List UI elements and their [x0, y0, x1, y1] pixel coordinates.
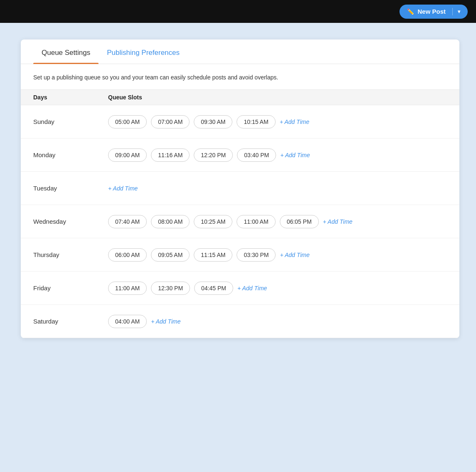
day-row: Thursday06:00 AM09:05 AM11:15 AM03:30 PM…: [21, 238, 459, 272]
day-row: Tuesday+ Add Time: [21, 172, 459, 205]
day-row: Sunday05:00 AM07:00 AM09:30 AM10:15 AM+ …: [21, 105, 459, 138]
add-time-link[interactable]: + Add Time: [280, 119, 309, 125]
pencil-icon: ✏️: [407, 8, 414, 15]
day-name: Thursday: [33, 251, 108, 258]
time-pill[interactable]: 08:00 AM: [151, 215, 190, 228]
day-name: Sunday: [33, 118, 108, 125]
top-bar: ✏️ New Post ▾: [0, 0, 476, 23]
add-time-link[interactable]: + Add Time: [108, 185, 138, 192]
time-slots: 06:00 AM09:05 AM11:15 AM03:30 PM+ Add Ti…: [108, 248, 310, 262]
chevron-down-icon: ▾: [458, 9, 460, 15]
day-name: Monday: [33, 151, 108, 158]
time-slots: 04:00 AM+ Add Time: [108, 315, 181, 328]
tabs-container: Queue Settings Publishing Preferences: [21, 40, 459, 64]
time-slots: 11:00 AM12:30 PM04:45 PM+ Add Time: [108, 282, 267, 295]
day-name: Tuesday: [33, 185, 108, 192]
add-time-link[interactable]: + Add Time: [323, 218, 353, 225]
day-row: Friday11:00 AM12:30 PM04:45 PM+ Add Time: [21, 272, 459, 305]
time-pill[interactable]: 10:15 AM: [237, 115, 275, 129]
days-container: Sunday05:00 AM07:00 AM09:30 AM10:15 AM+ …: [21, 105, 459, 338]
divider: [452, 8, 453, 15]
day-name: Saturday: [33, 318, 108, 325]
time-slots: 05:00 AM07:00 AM09:30 AM10:15 AM+ Add Ti…: [108, 115, 309, 129]
day-name: Wednesday: [33, 218, 108, 225]
time-pill[interactable]: 11:00 AM: [237, 215, 275, 228]
day-row: Saturday04:00 AM+ Add Time: [21, 305, 459, 338]
add-time-link[interactable]: + Add Time: [151, 318, 180, 325]
time-pill[interactable]: 11:16 AM: [151, 148, 190, 162]
time-pill[interactable]: 06:05 PM: [280, 215, 319, 228]
time-pill[interactable]: 05:00 AM: [108, 115, 147, 129]
time-pill[interactable]: 12:20 PM: [194, 148, 233, 162]
tab-publishing-preferences[interactable]: Publishing Preferences: [99, 40, 188, 64]
main-container: Queue Settings Publishing Preferences Se…: [0, 23, 476, 355]
add-time-link[interactable]: + Add Time: [237, 285, 267, 292]
time-pill[interactable]: 11:00 AM: [108, 282, 147, 295]
time-pill[interactable]: 04:00 AM: [108, 315, 147, 328]
time-pill[interactable]: 10:25 AM: [194, 215, 232, 228]
tab-queue-settings[interactable]: Queue Settings: [33, 40, 99, 64]
time-slots: 07:40 AM08:00 AM10:25 AM11:00 AM06:05 PM…: [108, 215, 353, 228]
time-pill[interactable]: 06:00 AM: [108, 248, 147, 262]
day-row: Wednesday07:40 AM08:00 AM10:25 AM11:00 A…: [21, 205, 459, 238]
new-post-button[interactable]: ✏️ New Post ▾: [400, 5, 468, 19]
time-pill[interactable]: 03:40 PM: [237, 148, 276, 162]
new-post-label: New Post: [417, 8, 446, 15]
time-slots: 09:00 AM11:16 AM12:20 PM03:40 PM+ Add Ti…: [108, 148, 310, 162]
time-pill[interactable]: 09:00 AM: [108, 148, 147, 162]
time-pill[interactable]: 07:00 AM: [151, 115, 190, 129]
time-pill[interactable]: 11:15 AM: [194, 248, 232, 262]
time-pill[interactable]: 09:05 AM: [151, 248, 190, 262]
time-pill[interactable]: 12:30 PM: [151, 282, 190, 295]
time-pill[interactable]: 09:30 AM: [194, 115, 232, 129]
add-time-link[interactable]: + Add Time: [280, 252, 309, 258]
col-header-slots: Queue Slots: [108, 94, 142, 101]
description-text: Set up a publishing queue so you and you…: [21, 64, 459, 89]
time-pill[interactable]: 03:30 PM: [237, 248, 276, 262]
day-name: Friday: [33, 284, 108, 292]
time-pill[interactable]: 04:45 PM: [194, 282, 233, 295]
col-header-days: Days: [33, 94, 108, 101]
table-header: Days Queue Slots: [21, 89, 459, 105]
day-row: Monday09:00 AM11:16 AM12:20 PM03:40 PM+ …: [21, 138, 459, 172]
add-time-link[interactable]: + Add Time: [280, 152, 310, 158]
settings-card: Queue Settings Publishing Preferences Se…: [21, 40, 459, 338]
time-slots: + Add Time: [108, 185, 138, 192]
time-pill[interactable]: 07:40 AM: [108, 215, 147, 228]
